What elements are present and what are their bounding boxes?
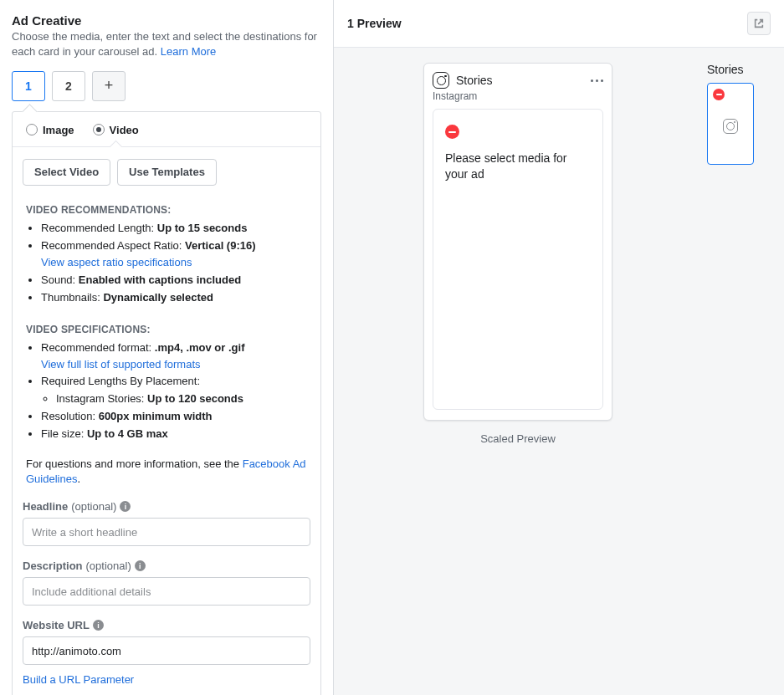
website-url-input[interactable] [23, 636, 310, 665]
error-icon [445, 125, 459, 139]
url-label: Website URL i [23, 619, 310, 631]
headline-label: Headline (optional) i [23, 500, 310, 513]
scaled-preview-label: Scaled Preview [480, 432, 556, 445]
stories-column-title: Stories [707, 63, 774, 76]
instagram-icon [433, 72, 449, 89]
formats-link[interactable]: View full list of supported formats [41, 357, 307, 372]
description-label: Description (optional) i [23, 560, 310, 572]
aspect-ratio-link[interactable]: View aspect ratio specifications [41, 255, 307, 270]
build-url-parameter-link[interactable]: Build a URL Parameter [23, 673, 134, 686]
radio-icon [26, 124, 38, 135]
add-card-button[interactable]: + [92, 71, 126, 101]
media-type-video[interactable]: Video [93, 124, 139, 136]
section-title: Ad Creative [12, 13, 321, 28]
select-video-button[interactable]: Select Video [23, 159, 110, 186]
video-recommendations-list: Recommended Length: Up to 15 seconds Rec… [26, 221, 307, 305]
story-menu-button[interactable] [591, 79, 603, 82]
info-icon: i [120, 501, 131, 512]
info-icon: i [93, 620, 104, 631]
card-tabs: 1 2 + [12, 71, 321, 101]
video-specs-heading: VIDEO SPECIFICATIONS: [26, 324, 307, 335]
guidelines-text: For questions and more information, see … [23, 457, 310, 487]
story-placement: Stories [456, 74, 493, 87]
stories-thumbnail[interactable] [707, 83, 754, 165]
ad-creative-panel: Ad Creative Choose the media, enter the … [0, 0, 333, 695]
learn-more-link[interactable]: Learn More [161, 45, 216, 58]
use-templates-button[interactable]: Use Templates [117, 159, 217, 186]
empty-media-message: Please select media for your ad [445, 151, 591, 182]
media-type-image[interactable]: Image [26, 124, 74, 136]
video-specs-list: Recommended format: .mp4, .mov or .gif V… [26, 340, 307, 442]
instagram-icon [723, 119, 738, 134]
story-preview-card: Stories Instagram Please select media fo… [423, 63, 612, 421]
card-tab-1[interactable]: 1 [12, 71, 45, 101]
story-platform: Instagram [433, 90, 603, 102]
preview-panel: 1 Preview Stories Instagram [333, 0, 784, 695]
headline-input[interactable] [23, 518, 310, 546]
radio-icon [93, 124, 105, 135]
section-subtitle: Choose the media, enter the text and sel… [12, 29, 321, 59]
open-external-button[interactable] [747, 12, 771, 35]
error-icon [713, 89, 725, 100]
external-link-icon [753, 18, 765, 29]
info-icon: i [135, 560, 146, 571]
card-tab-2[interactable]: 2 [52, 71, 85, 101]
story-media-area: Please select media for your ad [433, 109, 603, 410]
video-recommendations-heading: VIDEO RECOMMENDATIONS: [26, 204, 307, 216]
card-editor: Image Video Select Video Use Templates V… [12, 111, 321, 695]
preview-title: 1 Preview [347, 17, 402, 30]
description-input[interactable] [23, 577, 310, 606]
